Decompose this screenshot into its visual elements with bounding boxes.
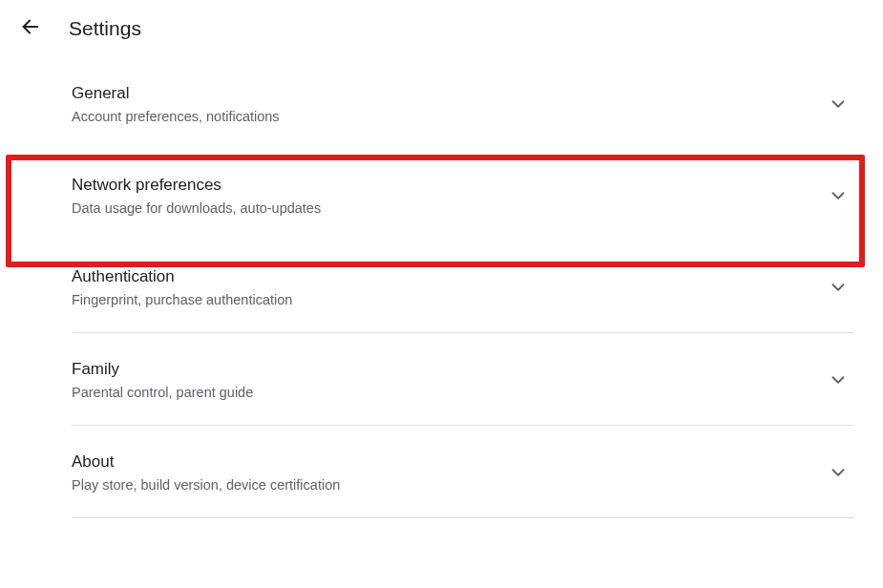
- row-subtitle: Fingerprint, purchase authentication: [72, 292, 292, 307]
- row-title: Authentication: [72, 267, 292, 286]
- row-subtitle: Parental control, parent guide: [72, 385, 253, 400]
- settings-row-network-preferences[interactable]: Network preferences Data usage for downl…: [72, 149, 854, 241]
- row-text: General Account preferences, notificatio…: [72, 84, 280, 124]
- row-title: Network preferences: [72, 176, 321, 195]
- row-text: Authentication Fingerprint, purchase aut…: [72, 267, 292, 307]
- settings-row-authentication[interactable]: Authentication Fingerprint, purchase aut…: [72, 241, 854, 333]
- page-title: Settings: [69, 17, 141, 40]
- chevron-down-icon: [828, 94, 849, 115]
- row-subtitle: Account preferences, notifications: [72, 109, 280, 124]
- row-text: About Play store, build version, device …: [72, 452, 340, 493]
- chevron-down-icon: [828, 277, 849, 298]
- row-subtitle: Data usage for downloads, auto-updates: [72, 200, 321, 216]
- arrow-left-icon: [20, 16, 41, 41]
- settings-row-general[interactable]: General Account preferences, notificatio…: [72, 57, 854, 149]
- chevron-down-icon: [828, 462, 849, 483]
- row-text: Network preferences Data usage for downl…: [72, 176, 321, 216]
- row-title: Family: [72, 360, 253, 379]
- settings-row-family[interactable]: Family Parental control, parent guide: [72, 333, 854, 426]
- back-button[interactable]: [19, 17, 42, 40]
- row-text: Family Parental control, parent guide: [72, 360, 253, 400]
- settings-row-about[interactable]: About Play store, build version, device …: [72, 426, 854, 518]
- row-title: About: [72, 452, 340, 472]
- chevron-down-icon: [828, 185, 849, 206]
- row-subtitle: Play store, build version, device certif…: [72, 477, 340, 493]
- settings-list: General Account preferences, notificatio…: [0, 57, 883, 518]
- chevron-down-icon: [828, 369, 849, 390]
- row-title: General: [72, 84, 280, 103]
- header: Settings: [0, 0, 883, 57]
